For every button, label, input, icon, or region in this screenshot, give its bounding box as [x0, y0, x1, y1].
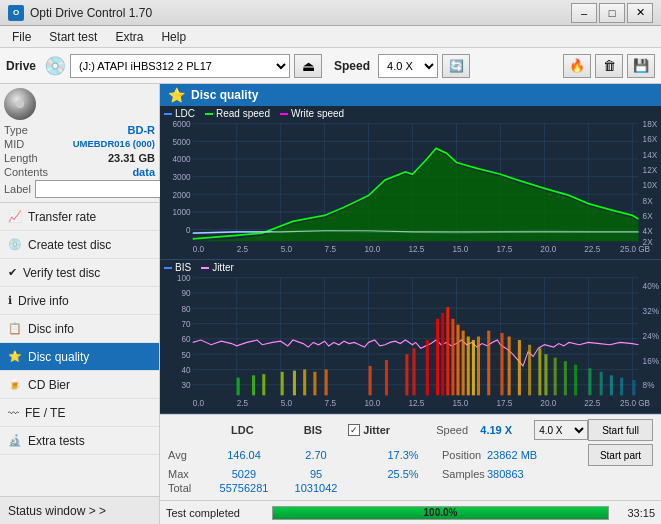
erase-button[interactable]: 🗑	[595, 54, 623, 78]
max-position: 23862 MB	[487, 449, 557, 461]
svg-text:4X: 4X	[643, 226, 653, 237]
svg-rect-87	[508, 337, 511, 396]
minimize-button[interactable]: –	[571, 3, 597, 23]
samples-val: 380863	[487, 468, 557, 480]
verify-test-disc-icon: ✔	[8, 266, 17, 279]
col-bis: BIS	[278, 424, 348, 436]
disc-panel: Type BD-R MID UMEBDR016 (000) Length 23.…	[0, 84, 159, 203]
col-speed: Speed	[436, 424, 480, 436]
svg-text:70: 70	[182, 319, 191, 330]
bis-legend-label: BIS	[175, 262, 191, 273]
drive-info-label: Drive info	[18, 294, 69, 308]
disc-quality-header-icon: ⭐	[168, 87, 185, 103]
svg-text:12X: 12X	[643, 165, 658, 176]
menu-help[interactable]: Help	[153, 28, 194, 46]
max-jitter: 25.5%	[352, 468, 442, 480]
save-button[interactable]: 💾	[627, 54, 655, 78]
eject-button[interactable]: ⏏	[294, 54, 322, 78]
start-part-button[interactable]: Start part	[588, 444, 653, 466]
app-icon: O	[8, 5, 24, 21]
write-legend-label: Write speed	[291, 108, 344, 119]
menu-extra[interactable]: Extra	[107, 28, 151, 46]
progress-area: Test completed 100.0% 33:15	[160, 500, 661, 524]
svg-text:15.0: 15.0	[452, 243, 468, 254]
jitter-legend-dot	[201, 267, 209, 269]
transfer-rate-icon: 📈	[8, 210, 22, 223]
svg-rect-72	[385, 360, 388, 395]
disc-info-icon: 📋	[8, 322, 22, 335]
sidebar-item-disc-quality[interactable]: ⭐ Disc quality	[0, 343, 159, 371]
drive-icon: 💿	[44, 55, 66, 77]
drive-info-icon: ℹ	[8, 294, 12, 307]
fe-te-label: FE / TE	[25, 406, 65, 420]
label-label: Label	[4, 183, 31, 195]
position-label: Position	[442, 449, 487, 461]
main-layout: Type BD-R MID UMEBDR016 (000) Length 23.…	[0, 84, 661, 524]
sidebar-item-cd-bier[interactable]: 🍺 CD Bier	[0, 371, 159, 399]
status-window-label: Status window > >	[8, 504, 106, 518]
mid-value: UMEBDR016 (000)	[73, 138, 155, 150]
svg-text:15.0: 15.0	[452, 397, 468, 408]
burn-button[interactable]: 🔥	[563, 54, 591, 78]
jitter-checkbox[interactable]: ✓	[348, 424, 360, 436]
start-full-button[interactable]: Start full	[588, 419, 653, 441]
read-legend-label: Read speed	[216, 108, 270, 119]
svg-text:80: 80	[182, 303, 191, 314]
sidebar-item-extra-tests[interactable]: 🔬 Extra tests	[0, 427, 159, 455]
svg-rect-86	[500, 333, 503, 395]
sidebar-item-create-test-disc[interactable]: 💿 Create test disc	[0, 231, 159, 259]
menu-file[interactable]: File	[4, 28, 39, 46]
refresh-button[interactable]: 🔄	[442, 54, 470, 78]
svg-text:16X: 16X	[643, 134, 658, 145]
sidebar-item-verify-test-disc[interactable]: ✔ Verify test disc	[0, 259, 159, 287]
svg-text:5.0: 5.0	[281, 397, 292, 408]
menu-start-test[interactable]: Start test	[41, 28, 105, 46]
label-input[interactable]	[35, 180, 168, 198]
sidebar-item-disc-info[interactable]: 📋 Disc info	[0, 315, 159, 343]
fe-te-icon: 〰	[8, 407, 19, 419]
svg-rect-97	[610, 375, 613, 395]
svg-rect-74	[413, 348, 416, 395]
svg-text:25.0 GB: 25.0 GB	[620, 397, 650, 408]
svg-text:20.0: 20.0	[540, 397, 556, 408]
svg-rect-68	[303, 369, 306, 395]
col-jitter: Jitter	[363, 424, 390, 436]
svg-rect-89	[528, 345, 531, 396]
svg-text:100: 100	[177, 273, 191, 284]
status-window-button[interactable]: Status window > >	[0, 496, 159, 524]
nav-items: 📈 Transfer rate 💿 Create test disc ✔ Ver…	[0, 203, 159, 496]
sidebar-item-transfer-rate[interactable]: 📈 Transfer rate	[0, 203, 159, 231]
svg-text:32%: 32%	[643, 306, 659, 317]
maximize-button[interactable]: □	[599, 3, 625, 23]
extra-tests-label: Extra tests	[28, 434, 85, 448]
svg-rect-66	[281, 372, 284, 396]
svg-text:17.5: 17.5	[496, 243, 512, 254]
svg-rect-70	[325, 369, 328, 395]
time-text: 33:15	[615, 507, 655, 519]
drive-select[interactable]: (J:) ATAPI iHBS312 2 PL17	[70, 54, 290, 78]
svg-text:10X: 10X	[643, 180, 658, 191]
menu-bar: File Start test Extra Help	[0, 26, 661, 48]
top-chart: LDC Read speed Write speed	[160, 106, 661, 260]
speed-select[interactable]: 4.0 X 8.0 X 2.0 X	[378, 54, 438, 78]
svg-text:4000: 4000	[173, 154, 191, 165]
create-test-disc-icon: 💿	[8, 238, 22, 251]
svg-text:3000: 3000	[173, 172, 191, 183]
svg-text:17.5: 17.5	[496, 397, 512, 408]
svg-text:2.5: 2.5	[237, 243, 248, 254]
total-ldc: 55756281	[208, 482, 280, 494]
close-button[interactable]: ✕	[627, 3, 653, 23]
stats-speed-select[interactable]: 4.0 X	[534, 420, 588, 440]
progress-bar: 100.0%	[272, 506, 609, 520]
sidebar-item-fe-te[interactable]: 〰 FE / TE	[0, 399, 159, 427]
speed-label: Speed	[334, 59, 370, 73]
svg-text:90: 90	[182, 288, 191, 299]
title-bar-text: Opti Drive Control 1.70	[30, 6, 152, 20]
disc-quality-icon: ⭐	[8, 350, 22, 363]
svg-text:6000: 6000	[173, 119, 191, 130]
max-ldc: 5029	[208, 468, 280, 480]
svg-rect-77	[441, 313, 444, 395]
svg-text:12.5: 12.5	[408, 243, 424, 254]
sidebar-item-drive-info[interactable]: ℹ Drive info	[0, 287, 159, 315]
write-legend-dot	[280, 113, 288, 115]
